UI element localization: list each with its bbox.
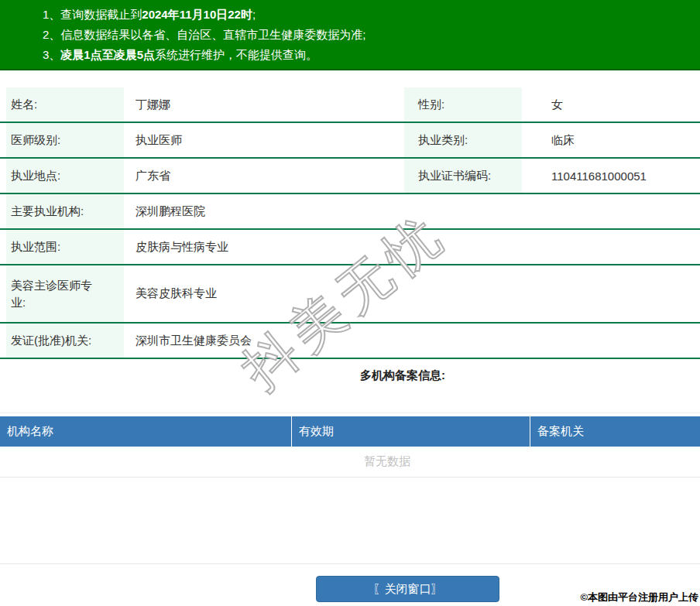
- table-row: 发证(批准)机关: 深圳市卫生健康委员会: [0, 324, 700, 359]
- notice-line-1: 1、查询数据截止到2024年11月10日22时;: [43, 5, 700, 25]
- org-header-validity-period: 有效期: [292, 416, 530, 447]
- row-spacer: [0, 159, 6, 193]
- notice-text: 查询数据截止到: [60, 8, 142, 21]
- row-spacer: [0, 87, 6, 122]
- table-row: 医师级别: 执业医师 执业类别: 临床: [0, 123, 700, 159]
- empty-data-text: 暂无数据: [364, 454, 410, 469]
- notice-text: 信息数据结果以各省、自治区、直辖市卫生健康委数据为准;: [60, 28, 365, 41]
- notice-number: 1、: [43, 8, 60, 21]
- upload-caption-watermark: ©本图由平台注册用户上传: [580, 591, 698, 604]
- field-label-practice-category: 执业类别:: [404, 123, 522, 157]
- field-value-certificate-number: 110411681000051: [522, 159, 700, 193]
- table-row: 美容主诊医师专 业: 美容皮肤科专业: [0, 265, 700, 324]
- field-label-gender: 性别:: [404, 87, 522, 122]
- row-spacer: [0, 230, 6, 264]
- field-label-practice-location: 执业地点:: [6, 159, 124, 193]
- close-window-button[interactable]: 〖关闭窗口〗: [316, 576, 499, 602]
- field-value-practice-location: 广东省: [124, 159, 403, 193]
- row-spacer: [0, 123, 6, 157]
- field-label-certificate-number: 执业证书编码:: [404, 159, 522, 193]
- field-label-main-institution: 主要执业机构:: [6, 194, 124, 228]
- table-row: 主要执业机构: 深圳鹏程医院: [0, 194, 700, 230]
- row-spacer: [0, 265, 6, 322]
- row-spacer: [0, 194, 6, 228]
- notice-banner: 1、查询数据截止到2024年11月10日22时; 2、信息数据结果以各省、自治区…: [0, 0, 700, 70]
- notice-number: 3、: [43, 48, 60, 61]
- org-header-filing-authority: 备案机关: [530, 416, 700, 447]
- org-table-empty-row: 暂无数据: [0, 447, 700, 478]
- field-value-practice-category: 临床: [522, 123, 700, 157]
- notice-line-3: 3、凌晨1点至凌晨5点系统进行维护，不能提供查询。: [43, 45, 700, 65]
- table-row: 姓名: 丁娜娜 性别: 女: [0, 87, 700, 123]
- notice-bold-text: 凌晨1点至凌晨5点: [60, 48, 155, 61]
- table-row: 执业地点: 广东省 执业证书编码: 110411681000051: [0, 159, 700, 194]
- notice-text: ;: [252, 8, 256, 21]
- multi-org-section-title: 多机构备案信息:: [53, 368, 700, 383]
- field-value-doctor-level: 执业医师: [124, 123, 403, 157]
- notice-text: 系统进行维护，不能提供查询。: [155, 48, 317, 61]
- field-label-issuing-authority: 发证(批准)机关:: [6, 324, 124, 358]
- notice-number: 2、: [43, 28, 60, 41]
- field-value-main-institution: 深圳鹏程医院: [124, 194, 700, 228]
- row-spacer: [0, 324, 6, 358]
- field-value-name: 丁娜娜: [124, 87, 403, 122]
- field-label-name: 姓名:: [6, 87, 124, 122]
- notice-line-2: 2、信息数据结果以各省、自治区、直辖市卫生健康委数据为准;: [43, 25, 700, 45]
- notice-bold-text: 2024年11月10日22时: [142, 8, 252, 21]
- field-value-cosmetic-specialty: 美容皮肤科专业: [124, 265, 700, 322]
- practitioner-info-table: 姓名: 丁娜娜 性别: 女 医师级别: 执业医师 执业类别: 临床 执业地点: …: [0, 87, 700, 359]
- field-value-gender: 女: [522, 87, 700, 122]
- field-label-cosmetic-specialty: 美容主诊医师专 业:: [6, 265, 124, 322]
- table-row: 执业范围: 皮肤病与性病专业: [0, 230, 700, 265]
- field-label-practice-scope: 执业范围:: [6, 230, 124, 264]
- divider: [0, 563, 700, 564]
- field-label-doctor-level: 医师级别:: [6, 123, 124, 157]
- org-table-header: 机构名称 有效期 备案机关: [0, 416, 700, 447]
- divider: [0, 413, 700, 413]
- query-result-page: 1、查询数据截止到2024年11月10日22时; 2、信息数据结果以各省、自治区…: [0, 0, 700, 606]
- field-value-practice-scope: 皮肤病与性病专业: [124, 230, 700, 264]
- org-header-institution-name: 机构名称: [0, 416, 292, 447]
- field-value-issuing-authority: 深圳市卫生健康委员会: [124, 324, 700, 358]
